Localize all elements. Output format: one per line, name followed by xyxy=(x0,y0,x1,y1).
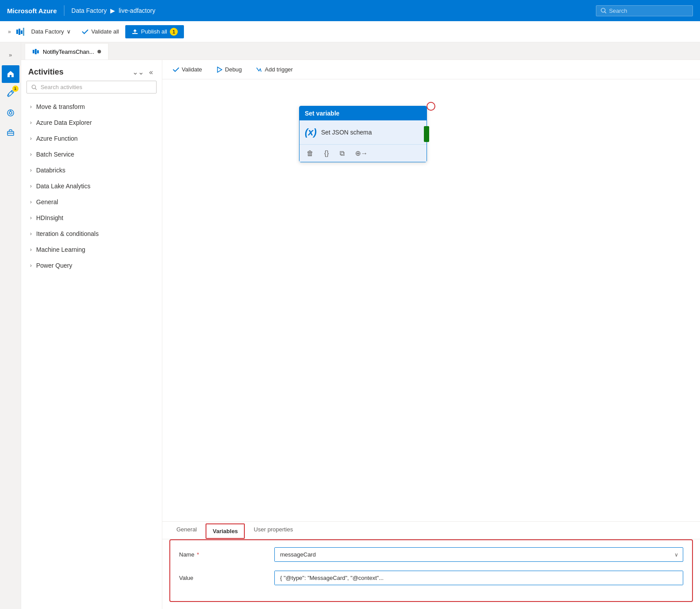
activities-collapse-btn[interactable]: ⌄⌄ xyxy=(131,67,146,77)
bottom-panel: General Variables User properties xyxy=(162,521,700,609)
publish-all-button[interactable]: Publish all 1 xyxy=(125,25,184,38)
name-input[interactable] xyxy=(275,548,670,561)
global-search[interactable] xyxy=(596,5,693,16)
activity-label: Azure Data Explorer xyxy=(36,119,92,126)
validate-all-label: Validate all xyxy=(91,28,119,35)
activity-item-batch-service[interactable]: › Batch Service xyxy=(21,146,162,162)
value-input-wrapper[interactable] xyxy=(274,571,683,585)
validate-all-button[interactable]: Validate all xyxy=(77,26,124,38)
data-factory-icon xyxy=(15,27,25,37)
activities-search-input[interactable] xyxy=(41,84,152,90)
monitor-icon xyxy=(7,109,15,117)
breadcrumb-service[interactable]: Data Factory xyxy=(71,7,107,14)
activity-item-databricks[interactable]: › Databricks xyxy=(21,162,162,178)
chevron-icon: › xyxy=(30,135,32,142)
svg-rect-14 xyxy=(37,50,39,53)
nav-divider xyxy=(64,5,64,16)
pipeline-tab-icon xyxy=(32,48,39,55)
activity-item-machine-learning[interactable]: › Machine Learning xyxy=(21,242,162,258)
sidebar-item-briefcase[interactable] xyxy=(2,123,19,141)
chevron-icon: › xyxy=(30,247,32,253)
activity-item-move-transform[interactable]: › Move & transform xyxy=(21,99,162,115)
debug-label: Debug xyxy=(225,66,242,73)
activity-label: Batch Service xyxy=(36,151,74,158)
variables-tab-label: Variables xyxy=(213,528,238,534)
briefcase-icon xyxy=(7,128,15,136)
data-factory-dropdown[interactable]: Data Factory ∨ xyxy=(27,26,75,37)
activity-label: Move & transform xyxy=(36,103,85,110)
add-trigger-button[interactable]: Add trigger xyxy=(252,64,296,75)
add-activity-icon[interactable]: ⊕→ xyxy=(353,148,370,158)
expand-arrows-icon: » xyxy=(9,52,12,58)
sidebar-expand-item[interactable]: » xyxy=(2,46,19,64)
delete-icon[interactable]: 🗑 xyxy=(305,149,315,158)
pipeline-tabs: NotifiyTeamsChan... xyxy=(21,42,700,60)
svg-line-1 xyxy=(605,12,606,13)
tab-variables[interactable]: Variables xyxy=(206,523,245,539)
activity-label: General xyxy=(36,198,58,205)
svg-rect-3 xyxy=(19,29,20,35)
canvas-body: Set variable (x) Set JSON schema 🗑 {} ⧉ … xyxy=(162,79,700,521)
search-input[interactable] xyxy=(609,7,688,14)
expand-button[interactable]: » xyxy=(5,27,14,37)
activity-card-body: (x) Set JSON schema xyxy=(299,120,427,144)
value-label: Value xyxy=(179,575,267,581)
activities-close-btn[interactable]: « xyxy=(147,67,155,77)
activity-label: Iteration & conditionals xyxy=(36,230,99,237)
activity-card[interactable]: Set variable (x) Set JSON schema 🗑 {} ⧉ … xyxy=(299,106,427,162)
chevron-icon: › xyxy=(30,199,32,205)
chevron-icon: › xyxy=(30,262,32,269)
activity-item-hdinsight[interactable]: › HDInsight xyxy=(21,210,162,226)
debug-button[interactable]: Debug xyxy=(213,64,245,75)
required-star: * xyxy=(197,551,199,558)
activities-header: Activities ⌄⌄ « xyxy=(21,60,162,81)
tab-user-properties[interactable]: User properties xyxy=(247,522,300,539)
activity-card-type-icon: (x) xyxy=(305,127,317,138)
activity-item-azure-function[interactable]: › Azure Function xyxy=(21,131,162,146)
form-row-name: Name * ∨ xyxy=(179,547,683,562)
chevron-icon: › xyxy=(30,120,32,126)
activities-search-icon xyxy=(31,84,37,90)
debug-icon xyxy=(216,67,222,73)
breadcrumb: Data Factory ▶ live-adfactory xyxy=(71,7,155,14)
activities-panel: Activities ⌄⌄ « › Move & xyxy=(21,60,162,609)
code-icon[interactable]: {} xyxy=(322,149,331,158)
form-row-value: Value xyxy=(179,571,683,585)
canvas-toolbar: Validate Debug Add trigger xyxy=(162,60,700,79)
activity-item-azure-data-explorer[interactable]: › Azure Data Explorer xyxy=(21,115,162,131)
activities-search-box[interactable] xyxy=(26,81,157,93)
user-properties-tab-label: User properties xyxy=(254,526,293,533)
add-trigger-label: Add trigger xyxy=(265,66,293,73)
validate-check-icon xyxy=(173,67,179,73)
home-icon xyxy=(7,70,15,78)
name-input-wrapper[interactable]: ∨ xyxy=(274,547,683,562)
value-input[interactable] xyxy=(275,571,683,585)
sidebar-item-monitor[interactable] xyxy=(2,104,19,122)
validate-icon xyxy=(82,28,89,35)
search-icon xyxy=(601,7,606,14)
pipeline-tab-active[interactable]: NotifiyTeamsChan... xyxy=(25,43,109,60)
activity-card-header: Set variable xyxy=(299,106,427,120)
svg-rect-4 xyxy=(21,30,22,34)
brand-label: Microsoft Azure xyxy=(7,7,57,15)
publish-all-label: Publish all xyxy=(141,28,167,35)
activity-item-data-lake[interactable]: › Data Lake Analytics xyxy=(21,178,162,194)
activity-item-iteration[interactable]: › Iteration & conditionals xyxy=(21,226,162,242)
data-factory-label: Data Factory xyxy=(31,28,64,35)
tab-general[interactable]: General xyxy=(169,522,204,539)
tab-unsaved-dot xyxy=(97,50,101,53)
validate-button[interactable]: Validate xyxy=(169,64,206,75)
activity-item-general[interactable]: › General xyxy=(21,194,162,210)
svg-point-8 xyxy=(9,112,12,114)
svg-rect-2 xyxy=(16,30,18,34)
name-dropdown-arrow[interactable]: ∨ xyxy=(670,548,683,561)
sidebar-item-edit[interactable]: 1 xyxy=(2,85,19,102)
copy-icon[interactable]: ⧉ xyxy=(338,149,346,158)
sidebar-item-home[interactable] xyxy=(2,65,19,83)
main-layout: » 1 xyxy=(0,42,700,609)
trigger-icon xyxy=(256,67,262,73)
icon-sidebar: » 1 xyxy=(0,42,21,609)
activity-item-power-query[interactable]: › Power Query xyxy=(21,258,162,273)
canvas-area: Validate Debug Add trigger xyxy=(162,60,700,609)
svg-rect-13 xyxy=(35,49,37,54)
